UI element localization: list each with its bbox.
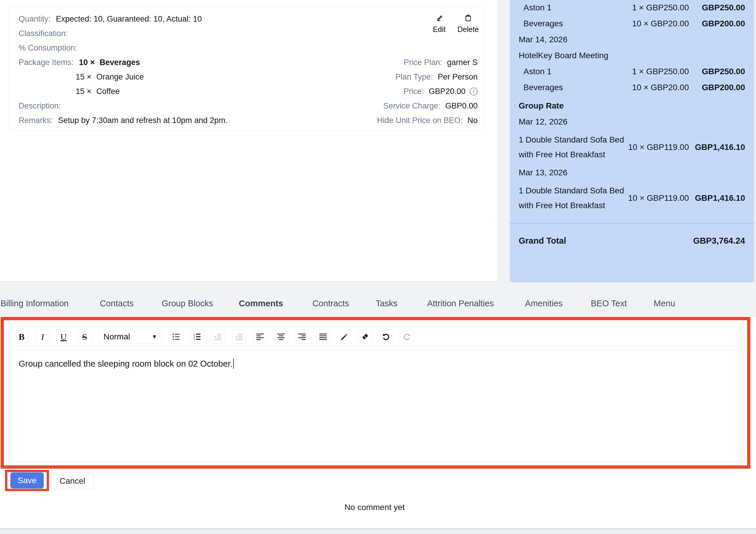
plan-type-label: Plan Type: [395,72,433,82]
line-item-qty-price: 10 × GBP119.00 [628,142,689,153]
text-cursor [233,359,234,369]
comment-text: Group cancelled the sleeping room block … [19,359,232,368]
price-line-item: Aston 1 1 × GBP250.00 GBP250.00 [519,66,745,77]
description-label: Description: [19,101,61,111]
line-item-name: Aston 1 [519,66,632,77]
ordered-list-button[interactable]: 123 [190,330,204,344]
line-item-qty-price: 1 × GBP250.00 [632,66,689,77]
line-item-name: 1 Double Standard Sofa Bed with Free Hot… [519,183,628,213]
service-charge-value: GBP0.00 [445,101,477,111]
package-items-label: Package Items: [19,58,73,67]
strikethrough-button[interactable]: S [77,330,92,344]
delete-button-label: Delete [457,25,479,34]
price-value: GBP20.00 [428,87,466,96]
event-detail-card: Quantity: Expected: 10, Guaranteed: 10, … [9,7,484,131]
bullet-list-icon [172,332,180,341]
underline-button[interactable]: U [56,330,71,344]
tab-beo-text[interactable]: BEO Text [591,297,627,309]
empty-comments-message: No comment yet [0,503,749,512]
hide-unit-price-label: Hide Unit Price on BEO: [377,116,463,125]
hide-unit-price-value: No [467,116,477,125]
consumption-label: % Consumption: [19,43,77,53]
tab-amenities[interactable]: Amenities [525,297,562,309]
outdent-button[interactable] [232,330,246,344]
tab-attrition-penalties[interactable]: Attrition Penalties [427,297,494,309]
tab-contracts[interactable]: Contracts [312,297,349,309]
line-item-name: Beverages [519,82,632,93]
tab-comments[interactable]: Comments [239,297,283,309]
eraser-button[interactable] [358,330,372,344]
align-justify-button[interactable] [316,330,330,344]
grand-total-row: Grand Total GBP3,764.24 [519,236,745,246]
remarks-row: Remarks: Setup by 7:30am and refresh at … [19,113,228,128]
paragraph-format-dropdown[interactable]: Normal ▼ [98,330,162,344]
package-item-qty: 15 × [76,87,96,96]
package-item-name: Beverages [99,58,140,67]
price-row: Price: GBP20.00 i [377,84,477,99]
line-item-qty-price: 10 × GBP20.00 [632,82,689,93]
price-date-header: Mar 12, 2026 [519,117,745,127]
info-icon[interactable]: i [470,88,477,96]
text-color-pen-button[interactable] [337,330,351,344]
undo-button[interactable] [379,330,393,344]
remarks-label: Remarks: [19,116,53,125]
package-item-qty: 15 × [76,72,96,82]
price-summary-panel: Aston 1 1 × GBP250.00 GBP250.00 Beverage… [510,0,754,282]
save-button[interactable]: Save [10,472,44,489]
price-plan-label: Price Plan: [404,58,443,67]
price-date-header: Mar 14, 2026 [519,34,745,45]
delete-button[interactable]: Delete [457,13,479,34]
price-line-item: 1 Double Standard Sofa Bed with Free Hot… [519,183,745,213]
service-charge-row: Service Charge: GBP0.00 [377,99,477,113]
quantity-label: Quantity: [19,14,50,24]
cancel-button[interactable]: Cancel [51,472,94,489]
price-date-header: Mar 13, 2026 [519,167,745,178]
price-line-item: Aston 1 1 × GBP250.00 GBP250.00 [519,2,745,13]
package-item: 10 ×Beverages [79,58,140,67]
bottom-page-divider [0,528,756,534]
plan-type-row: Plan Type: Per Person [377,70,477,84]
event-card-pricing-fields: Price Plan: garner S Plan Type: Per Pers… [377,55,477,128]
align-center-button[interactable] [274,330,288,344]
tab-group-blocks[interactable]: Group Blocks [162,297,213,309]
outdent-icon [235,332,244,341]
tab-billing-information[interactable]: Billing Information [1,297,69,309]
page: Quantity: Expected: 10, Guaranteed: 10, … [0,0,756,534]
price-plan-value: garner S [447,58,477,67]
quantity-value: Expected: 10, Guaranteed: 10, Actual: 10 [56,14,202,24]
line-item-name: Beverages [519,18,632,29]
indent-button[interactable] [211,330,225,344]
tab-contacts[interactable]: Contacts [100,297,134,309]
pencil-icon [435,13,444,24]
bullet-list-button[interactable] [169,330,183,344]
bold-button[interactable]: B [14,330,29,344]
comment-text-input[interactable]: Group cancelled the sleeping room block … [10,351,745,462]
date-header-label: Mar 14, 2026 [519,34,745,45]
align-center-icon [277,332,285,341]
edit-button-label: Edit [433,25,446,34]
redo-icon [402,332,411,341]
package-subitem-row: 15 ×Orange Juice [19,70,228,84]
indent-icon [214,332,223,341]
price-label: Price: [403,87,424,96]
align-left-button[interactable] [253,330,267,344]
line-item-qty-price: 10 × GBP20.00 [632,18,689,29]
align-right-icon [298,332,307,341]
tab-menu[interactable]: Menu [654,297,675,309]
classification-label: Classification: [19,29,68,38]
quantity-row: Quantity: Expected: 10, Guaranteed: 10, … [19,12,228,26]
package-items-row: Package Items: 10 ×Beverages [19,55,228,70]
package-item: 15 ×Coffee [76,87,120,96]
chevron-down-icon: ▼ [151,333,157,340]
pen-icon [339,332,348,341]
align-right-button[interactable] [295,330,309,344]
italic-button[interactable]: I [36,330,50,344]
event-header-label: HotelKey Board Meeting [519,50,745,61]
tab-tasks[interactable]: Tasks [376,297,397,309]
undo-icon [382,332,391,341]
edit-button[interactable]: Edit [433,13,446,34]
trash-icon [464,13,472,24]
svg-text:3: 3 [194,338,195,341]
redo-button[interactable] [400,330,414,344]
price-line-item: Beverages 10 × GBP20.00 GBP200.00 [519,82,745,93]
